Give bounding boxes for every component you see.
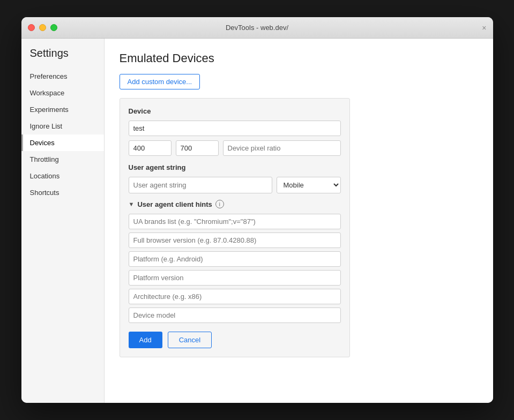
- width-input[interactable]: [129, 140, 172, 156]
- close-button[interactable]: [28, 24, 35, 31]
- user-agent-section: User agent string Mobile Desktop Custom: [129, 163, 341, 193]
- traffic-lights: [28, 24, 57, 31]
- sidebar-item-throttling[interactable]: Throttling: [21, 151, 104, 168]
- sidebar: Settings Preferences Workspace Experimen…: [21, 39, 105, 403]
- cancel-button[interactable]: Cancel: [168, 332, 212, 348]
- user-agent-label: User agent string: [129, 163, 341, 171]
- full-version-input[interactable]: [129, 232, 341, 248]
- user-agent-input[interactable]: [129, 177, 272, 193]
- height-input[interactable]: [176, 140, 219, 156]
- sidebar-item-locations[interactable]: Locations: [21, 168, 104, 184]
- platform-input[interactable]: [129, 251, 341, 267]
- main-content: Emulated Devices Add custom device... De…: [105, 39, 493, 403]
- device-model-input[interactable]: [129, 308, 341, 323]
- sidebar-item-devices[interactable]: Devices: [21, 134, 104, 151]
- hints-inputs: [129, 214, 341, 323]
- sidebar-item-workspace[interactable]: Workspace: [21, 85, 104, 101]
- device-form: Device User agent string: [120, 98, 350, 357]
- sidebar-item-ignore-list[interactable]: Ignore List: [21, 118, 104, 134]
- client-hints-label: User agent client hints: [137, 200, 212, 208]
- devtools-window: DevTools - web.dev/ × Settings Preferenc…: [21, 17, 493, 403]
- platform-version-input[interactable]: [129, 270, 341, 286]
- main-header: Emulated Devices Add custom device...: [105, 39, 493, 98]
- sidebar-item-experiments[interactable]: Experiments: [21, 101, 104, 118]
- add-custom-device-button[interactable]: Add custom device...: [120, 74, 200, 89]
- titlebar: DevTools - web.dev/ ×: [21, 17, 493, 39]
- device-name-row: [129, 121, 341, 136]
- maximize-button[interactable]: [50, 24, 57, 31]
- client-hints-header[interactable]: ▼ User agent client hints i: [129, 200, 341, 208]
- buttons-row: Add Cancel: [129, 332, 341, 348]
- client-hints-section: ▼ User agent client hints i: [129, 200, 341, 323]
- ua-brands-input[interactable]: [129, 214, 341, 229]
- page-title: Emulated Devices: [120, 51, 478, 65]
- dimensions-row: [129, 140, 341, 156]
- info-icon[interactable]: i: [215, 200, 224, 208]
- pixel-ratio-input[interactable]: [223, 140, 341, 156]
- add-button[interactable]: Add: [129, 332, 162, 348]
- sidebar-item-preferences[interactable]: Preferences: [21, 68, 104, 85]
- ua-type-select[interactable]: Mobile Desktop Custom: [277, 177, 341, 193]
- main-body: Device User agent string: [105, 98, 493, 403]
- sidebar-heading: Settings: [21, 47, 104, 68]
- device-name-input[interactable]: [129, 121, 341, 136]
- close-x-icon[interactable]: ×: [482, 24, 486, 32]
- content-area: Settings Preferences Workspace Experimen…: [21, 39, 493, 403]
- minimize-button[interactable]: [39, 24, 46, 31]
- architecture-input[interactable]: [129, 289, 341, 304]
- window-title: DevTools - web.dev/: [226, 24, 288, 32]
- user-agent-row: Mobile Desktop Custom: [129, 177, 341, 193]
- device-section-label: Device: [129, 107, 341, 115]
- chevron-down-icon: ▼: [129, 201, 135, 207]
- sidebar-item-shortcuts[interactable]: Shortcuts: [21, 184, 104, 201]
